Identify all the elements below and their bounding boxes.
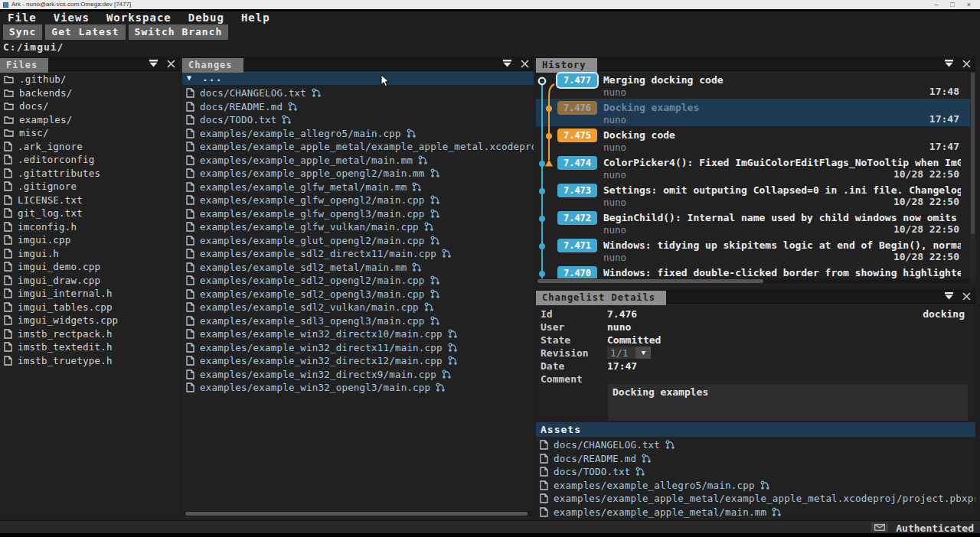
change-row[interactable]: examples/example_win32_directx10/main.cp…: [182, 327, 534, 341]
tab-changelist-details[interactable]: Changelist Details: [536, 291, 666, 305]
change-row[interactable]: examples/example_sdl2_vulkan/main.cpp: [182, 301, 534, 314]
file-row[interactable]: imstb_textedit.h: [0, 340, 180, 354]
change-row[interactable]: docs/TODO.txt: [182, 113, 534, 127]
commit-id-badge[interactable]: 7.471: [557, 239, 597, 252]
file-row[interactable]: imgui_demo.cpp: [0, 260, 180, 274]
history-row-7.474[interactable]: 7.474ColorPicker4(): Fixed ImGuiColorEdi…: [536, 154, 970, 181]
change-row[interactable]: examples/example_glfw_opengl2/main.cpp: [182, 194, 534, 207]
history-row-7.475[interactable]: 7.475Docking codenuno17:47: [536, 126, 970, 154]
commit-id-badge[interactable]: 7.475: [557, 129, 597, 142]
minimize-button[interactable]: –: [934, 2, 938, 8]
change-row[interactable]: examples/example_glfw_opengl3/main.cpp: [182, 207, 534, 221]
change-row[interactable]: examples/example_apple_metal/main.mm: [182, 154, 534, 168]
file-row[interactable]: imgui_tables.cpp: [0, 301, 180, 314]
revision-dropdown[interactable]: 1/1▼: [607, 347, 651, 359]
menu-debug[interactable]: Debug: [188, 11, 224, 24]
mail-icon[interactable]: [871, 522, 888, 532]
tab-files[interactable]: Files: [0, 58, 48, 73]
switch-branch-button[interactable]: Switch Branch: [129, 24, 229, 40]
commit-id-badge[interactable]: 7.470: [557, 266, 597, 278]
file-row[interactable]: docs/: [0, 99, 180, 113]
tab-changes[interactable]: Changes: [182, 58, 243, 73]
comment-textarea[interactable]: Docking examples: [608, 384, 968, 421]
chevron-down-icon[interactable]: ▼: [635, 347, 651, 359]
commit-id-badge[interactable]: 7.474: [557, 156, 597, 170]
asset-row[interactable]: docs/README.md: [536, 452, 975, 466]
commit-id-badge[interactable]: 7.476: [557, 101, 597, 115]
file-row[interactable]: imconfig.h: [0, 220, 180, 234]
change-row[interactable]: examples/example_glfw_vulkan/main.cpp: [182, 220, 534, 234]
file-row[interactable]: imgui_widgets.cpp: [0, 314, 180, 327]
changes-root-row[interactable]: ▼ ...: [182, 71, 534, 85]
commit-id-badge[interactable]: 7.472: [557, 211, 597, 225]
close-panel-icon[interactable]: [519, 58, 531, 70]
change-row[interactable]: examples/example_sdl2_opengl3/main.cpp: [182, 288, 534, 301]
history-row-7.477[interactable]: 7.477Merging docking codenuno17:48: [536, 71, 970, 99]
file-row[interactable]: backends/: [0, 86, 180, 100]
sync-button[interactable]: Sync: [3, 24, 42, 40]
filter-icon[interactable]: [943, 58, 955, 70]
asset-row[interactable]: examples/example_apple_metal/main.mm: [536, 506, 975, 519]
change-row[interactable]: examples/example_win32_directx9/main.cpp: [182, 368, 534, 382]
file-row[interactable]: .gitattributes: [0, 167, 180, 181]
get-latest-button[interactable]: Get Latest: [45, 24, 125, 40]
commit-id-badge[interactable]: 7.477: [557, 73, 597, 87]
menu-file[interactable]: File: [8, 11, 37, 24]
file-row[interactable]: imgui.cpp: [0, 233, 180, 247]
asset-row[interactable]: docs/CHANGELOG.txt: [536, 438, 975, 452]
history-row-7.476[interactable]: 7.476Docking examplesnuno17:47: [536, 99, 970, 126]
change-row[interactable]: examples/example_glut_opengl2/main.cpp: [182, 234, 534, 248]
change-row[interactable]: docs/README.md: [182, 100, 534, 114]
file-row[interactable]: git_log.txt: [0, 207, 180, 220]
change-row[interactable]: docs/CHANGELOG.txt: [182, 86, 534, 100]
filter-icon[interactable]: [501, 58, 513, 70]
file-row[interactable]: .ark_ignore: [0, 140, 180, 154]
maximize-button[interactable]: □: [950, 2, 954, 8]
filter-icon[interactable]: [148, 58, 159, 70]
history-row-7.471[interactable]: 7.471Windows: tidying up skipitems logic…: [536, 236, 970, 264]
file-row[interactable]: LICENSE.txt: [0, 194, 180, 207]
file-row[interactable]: .gitignore: [0, 180, 180, 194]
commit-id-badge[interactable]: 7.473: [557, 184, 597, 197]
expand-arrow-icon[interactable]: ▼: [187, 73, 191, 82]
file-row[interactable]: imstb_rectpack.h: [0, 327, 180, 341]
file-row[interactable]: .editorconfig: [0, 153, 180, 167]
close-panel-icon[interactable]: [961, 58, 972, 70]
file-row[interactable]: imgui_internal.h: [0, 287, 180, 301]
filter-icon[interactable]: [943, 291, 955, 302]
change-row[interactable]: examples/example_allegro5/main.cpp: [182, 127, 534, 141]
history-vscrollbar[interactable]: [970, 71, 975, 278]
asset-row[interactable]: examples/example_allegro5/main.cpp: [536, 479, 975, 493]
close-panel-icon[interactable]: [165, 58, 177, 70]
asset-row[interactable]: docs/TODO.txt: [536, 465, 975, 479]
change-file-name: examples/example_win32_opengl3/main.cpp: [200, 382, 430, 393]
file-row[interactable]: imgui.h: [0, 247, 180, 261]
change-row[interactable]: examples/example_win32_directx11/main.cp…: [182, 341, 534, 355]
change-row[interactable]: examples/example_sdl2_directx11/main.cpp: [182, 247, 534, 261]
change-row[interactable]: examples/example_win32_directx12/main.cp…: [182, 354, 534, 368]
file-row[interactable]: imstb_truetype.h: [0, 354, 180, 368]
changes-hscrollbar[interactable]: [184, 511, 532, 516]
change-row[interactable]: examples/example_win32_opengl3/main.cpp: [182, 381, 534, 395]
change-row[interactable]: examples/example_sdl2_metal/main.mm: [182, 261, 534, 275]
history-hscrollbar[interactable]: [536, 278, 970, 284]
asset-row[interactable]: examples/example_apple_metal/example_app…: [536, 492, 975, 506]
change-row[interactable]: examples/example_apple_metal/example_app…: [182, 140, 534, 154]
change-row[interactable]: examples/example_apple_opengl2/main.mm: [182, 167, 534, 181]
menu-help[interactable]: Help: [241, 11, 270, 24]
history-row-7.470[interactable]: 7.470Windows: fixed double-clicked borde…: [536, 264, 970, 278]
close-button[interactable]: ×: [967, 2, 971, 8]
file-row[interactable]: examples/: [0, 113, 180, 127]
branch-icon: [760, 480, 770, 490]
file-row[interactable]: misc/: [0, 126, 180, 140]
history-row-7.473[interactable]: 7.473Settings: omit outputing Collapsed=…: [536, 181, 970, 209]
change-row[interactable]: examples/example_sdl2_opengl2/main.cpp: [182, 274, 534, 288]
menu-views[interactable]: Views: [54, 11, 90, 24]
change-row[interactable]: examples/example_glfw_metal/main.mm: [182, 181, 534, 194]
file-row[interactable]: .github/: [0, 73, 180, 86]
menu-workspace[interactable]: Workspace: [106, 11, 172, 24]
history-row-7.472[interactable]: 7.472BeginChild(): Internal name used by…: [536, 209, 970, 236]
file-row[interactable]: imgui_draw.cpp: [0, 274, 180, 288]
change-row[interactable]: examples/example_sdl3_opengl3/main.cpp: [182, 314, 534, 328]
close-panel-icon[interactable]: [961, 291, 972, 302]
